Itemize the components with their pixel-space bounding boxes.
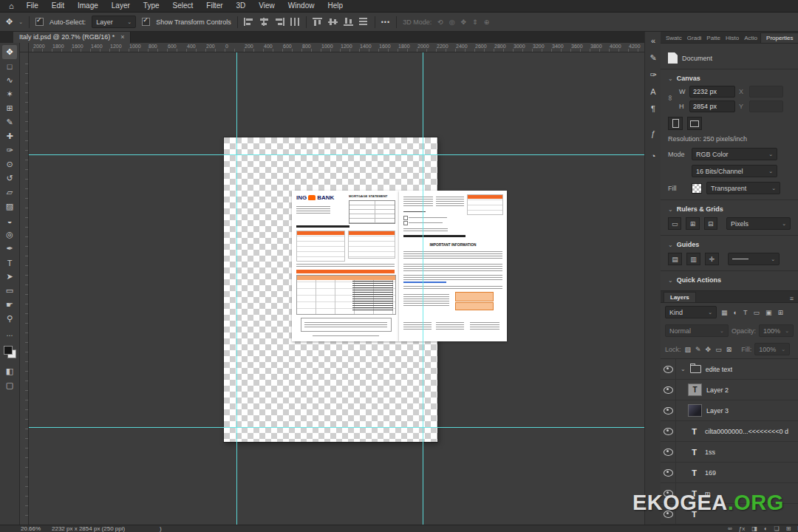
auto-select-target-dropdown[interactable]: Layer ⌄ (92, 16, 136, 28)
eraser-tool[interactable]: ▱ (2, 185, 17, 200)
layer-mask-icon[interactable]: ◨ (751, 525, 757, 532)
history-brush-tool[interactable]: ↺ (2, 171, 17, 185)
layer-visibility-toggle[interactable] (661, 359, 676, 379)
filter-type-layers-icon[interactable]: T (742, 309, 749, 316)
clear-guides-icon[interactable]: ✛ (705, 253, 719, 265)
filter-shape-layers-icon[interactable]: ▭ (751, 309, 761, 316)
fill-dropdown[interactable]: Transparent ⌄ (706, 182, 780, 194)
horizontal-guide[interactable] (28, 427, 644, 428)
tab-actio[interactable]: Actio (742, 33, 760, 43)
path-select-tool[interactable]: ➤ (2, 270, 17, 284)
guide-style-dropdown[interactable]: ⌄ (728, 253, 780, 265)
crop-tool[interactable]: ⊞ (2, 101, 17, 115)
height-field[interactable]: 2854 px (689, 100, 735, 112)
layer-row[interactable]: TLayer 2 (661, 380, 798, 400)
color-mode-dropdown[interactable]: RGB Color ⌄ (692, 148, 777, 160)
screen-mode-icon[interactable]: ▢ (2, 378, 17, 392)
show-transform-checkbox[interactable] (142, 18, 150, 26)
brush-tool[interactable]: ✑ (2, 143, 17, 157)
edit-toolbar-icon[interactable]: ⋯ (7, 332, 13, 339)
lock-guides-icon[interactable]: ▥ (686, 253, 700, 265)
menu-layer[interactable]: Layer (105, 0, 137, 12)
home-icon[interactable]: ⌂ (3, 1, 20, 10)
layer-row[interactable]: Layer 3 (661, 400, 798, 421)
menu-window[interactable]: Window (282, 0, 321, 12)
3d-slide-icon[interactable]: ⇕ (472, 18, 478, 26)
y-field[interactable] (749, 100, 783, 112)
width-field[interactable]: 2232 px (689, 86, 735, 98)
menu-select[interactable]: Select (166, 0, 200, 12)
layer-row[interactable]: ⌄edite text (661, 359, 798, 380)
new-layer-icon[interactable]: ⊞ (786, 525, 791, 532)
layer-row[interactable]: Tcilta0000000...<<<<<<<<0 d (661, 421, 798, 442)
align-middle-icon[interactable] (328, 18, 338, 26)
move-tool[interactable]: ✥ (2, 45, 17, 59)
canvas-area[interactable]: ING BANK MORTGAGE STATEMENT IMPORTANT IN… (28, 52, 644, 525)
quick-actions-section-header[interactable]: ⌄ Quick Actions (668, 276, 791, 284)
filter-toggle-icon[interactable]: ⊞ (776, 309, 785, 316)
layer-visibility-toggle[interactable] (661, 380, 676, 400)
layer-filter-dropdown[interactable]: Kind ⌄ (665, 306, 717, 318)
close-tab-icon[interactable]: × (120, 33, 124, 41)
link-dimensions-icon[interactable]: ∞ (666, 95, 675, 100)
menu-edit[interactable]: Edit (45, 0, 71, 12)
toggle-grid-icon[interactable]: ⊞ (686, 217, 699, 230)
distribute-vertical-icon[interactable] (359, 18, 369, 26)
tab-histo[interactable]: Histo (723, 33, 741, 43)
layer-visibility-toggle[interactable] (661, 400, 676, 420)
lock-pixels-icon[interactable]: ✎ (695, 346, 702, 353)
group-expand-icon[interactable]: ⌄ (681, 366, 686, 372)
auto-select-checkbox[interactable] (35, 18, 44, 26)
menu-image[interactable]: Image (71, 0, 105, 12)
toggle-rulers-icon[interactable]: ▭ (668, 217, 681, 230)
tab-patte[interactable]: Patte (704, 33, 723, 43)
lock-transparency-icon[interactable]: ▨ (684, 346, 692, 353)
menu-3d[interactable]: 3D (230, 0, 253, 12)
layers-panel-menu-icon[interactable]: ≡ (785, 295, 798, 302)
clone-stamp-tool[interactable]: ⊙ (2, 157, 17, 171)
align-top-icon[interactable] (313, 18, 322, 26)
glyphs-panel-icon[interactable]: ƒ (647, 126, 660, 141)
tab-gradi[interactable]: Gradi (685, 33, 704, 43)
blur-tool[interactable]: ◒ (2, 214, 17, 228)
menu-help[interactable]: Help (321, 0, 349, 12)
guides-section-header[interactable]: ⌄ Guides (668, 241, 791, 248)
document-tab[interactable]: Italy id.psd @ 20.7% (RGB/16) * × (13, 31, 131, 43)
tab-layers[interactable]: Layers (664, 292, 696, 302)
shape-tool[interactable]: ▭ (2, 284, 17, 298)
healing-tool[interactable]: ✚ (2, 129, 17, 143)
zoom-tool[interactable]: ⚲ (2, 312, 17, 326)
vertical-guide[interactable] (423, 52, 423, 525)
character-panel-icon[interactable]: A (647, 84, 660, 99)
landscape-orientation-button[interactable] (687, 117, 702, 130)
layer-row[interactable]: T1ss (661, 442, 798, 463)
toggle-guides-icon[interactable]: ▤ (668, 253, 682, 265)
brush-settings-panel-icon[interactable]: ✑ (647, 67, 660, 82)
bit-depth-dropdown[interactable]: 16 Bits/Channel ⌄ (692, 165, 777, 177)
3d-scale-icon[interactable]: ⊕ (484, 18, 490, 26)
zoom-level-field[interactable]: 20.66% (21, 525, 41, 532)
wand-tool[interactable]: ✶ (2, 87, 17, 101)
layer-fill-dropdown[interactable]: 100% ⌄ (754, 343, 790, 355)
collapse-panels-icon[interactable]: « (647, 33, 660, 48)
pen-tool[interactable]: ✒ (2, 242, 17, 256)
lock-artboard-icon[interactable]: ▭ (715, 346, 723, 353)
link-layers-icon[interactable]: ∞ (728, 525, 732, 532)
align-right-icon[interactable] (275, 18, 284, 26)
layer-row[interactable]: T169 (661, 463, 798, 483)
blend-mode-dropdown[interactable]: Normal ⌄ (665, 324, 729, 337)
vertical-guide[interactable] (236, 52, 237, 525)
paragraph-panel-icon[interactable]: ¶ (647, 101, 660, 116)
layer-visibility-toggle[interactable] (661, 421, 676, 441)
3d-drag-icon[interactable]: ✥ (461, 18, 467, 26)
x-field[interactable] (749, 86, 783, 98)
opacity-dropdown[interactable]: 100% ⌄ (759, 324, 794, 337)
hand-tool[interactable]: ☛ (2, 298, 17, 312)
toggle-snap-icon[interactable]: ⊟ (704, 217, 717, 230)
menu-filter[interactable]: Filter (200, 0, 229, 12)
canvas-section-header[interactable]: ⌄ Canvas (668, 75, 791, 82)
3d-roll-icon[interactable]: ◎ (449, 18, 455, 26)
menu-type[interactable]: Type (137, 0, 166, 12)
align-center-icon[interactable] (259, 18, 269, 26)
tab-swatc[interactable]: Swatc (664, 33, 684, 43)
